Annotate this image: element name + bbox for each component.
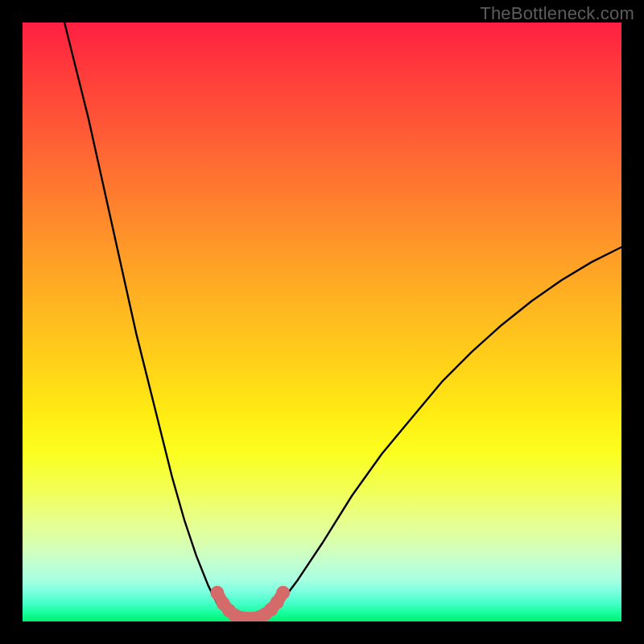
plot-area (23, 23, 621, 621)
chart-svg (23, 23, 621, 621)
bottleneck-curve (64, 23, 621, 621)
watermark-text: TheBottleneck.com (480, 3, 634, 24)
chart-frame: TheBottleneck.com (0, 0, 644, 644)
marker-dot (276, 586, 290, 600)
